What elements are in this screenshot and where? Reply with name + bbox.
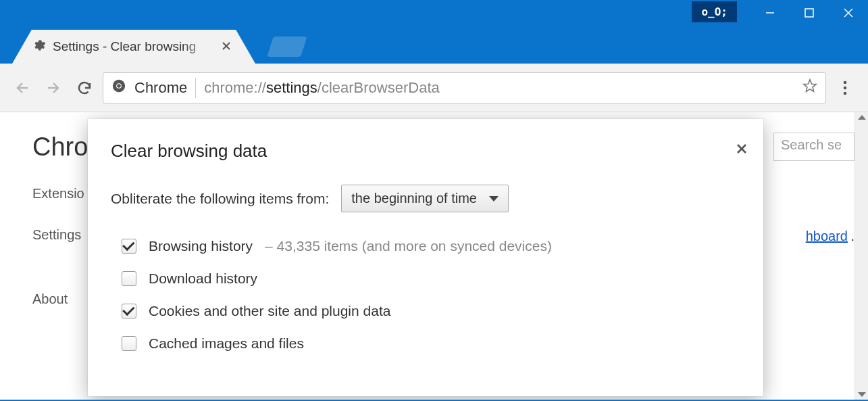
option-cached-images[interactable]: Cached images and files	[111, 327, 740, 360]
tab-close-button[interactable]	[222, 40, 231, 54]
minimize-button[interactable]	[750, 0, 790, 26]
settings-search-input[interactable]: Search se	[773, 133, 854, 161]
checkbox-cookies[interactable]	[122, 304, 136, 319]
chrome-icon	[111, 78, 126, 97]
arrow-left-icon	[14, 80, 30, 96]
url-text: chrome://settings/clearBrowserData	[204, 79, 439, 97]
url-scheme-label: Chrome	[134, 79, 187, 97]
reload-button[interactable]	[72, 75, 97, 101]
option-browsing-history[interactable]: Browsing history – 43,335 items (and mor…	[111, 230, 740, 262]
window-controls	[750, 0, 868, 26]
svg-point-12	[844, 80, 847, 84]
checkbox-browsing-history[interactable]	[122, 239, 136, 254]
option-label: Cookies and other site and plugin data	[149, 303, 390, 319]
toolbar: Chrome chrome://settings/clearBrowserDat…	[0, 64, 868, 112]
tab-strip: Settings - Clear browsing	[0, 30, 868, 64]
maximize-icon	[805, 8, 814, 18]
option-detail: – 43,335 items (and more on synced devic…	[265, 238, 552, 254]
dialog-close-button[interactable]	[736, 141, 747, 158]
address-bar[interactable]: Chrome chrome://settings/clearBrowserDat…	[103, 72, 826, 103]
kebab-icon	[843, 80, 847, 95]
tab-title: Settings - Clear browsing	[53, 39, 215, 54]
url-prefix: chrome://	[204, 79, 266, 96]
svg-point-13	[844, 86, 847, 89]
svg-point-14	[844, 91, 847, 95]
option-download-history[interactable]: Download history	[111, 262, 740, 295]
browser-tab[interactable]: Settings - Clear browsing	[12, 30, 255, 64]
dashboard-link[interactable]: hboard	[806, 229, 848, 244]
time-range-row: Obliterate the following items from: the…	[111, 185, 740, 212]
option-label: Cached images and files	[149, 335, 304, 352]
chrome-menu-button[interactable]	[832, 74, 859, 101]
option-cookies[interactable]: Cookies and other site and plugin data	[111, 295, 740, 327]
minimize-icon	[765, 7, 775, 18]
reload-icon	[76, 80, 93, 96]
option-label: Browsing history	[149, 238, 253, 254]
clear-browsing-data-dialog: Clear browsing data Obliterate the follo…	[88, 119, 763, 396]
bookmark-button[interactable]	[802, 78, 817, 97]
maximize-button[interactable]	[790, 0, 829, 26]
time-range-value: the beginning of time	[351, 191, 477, 206]
close-icon	[843, 7, 854, 18]
scroll-down-arrow-icon[interactable]	[858, 392, 866, 397]
scroll-up-arrow-icon[interactable]	[858, 115, 866, 120]
option-label: Download history	[149, 270, 257, 287]
url-path: /clearBrowserData	[317, 79, 440, 96]
arrow-right-icon	[45, 80, 61, 96]
url-host: settings	[266, 79, 317, 96]
obliterate-label: Obliterate the following items from:	[111, 191, 329, 207]
tab-content: Settings - Clear browsing	[12, 30, 255, 64]
new-tab-button[interactable]	[267, 37, 307, 57]
back-button[interactable]	[9, 75, 35, 101]
time-range-select[interactable]: the beginning of time	[341, 185, 509, 212]
close-window-button[interactable]	[829, 0, 868, 26]
close-icon	[736, 143, 747, 154]
checkbox-cached-images[interactable]	[122, 336, 136, 351]
window-titlebar: o_O;	[0, 0, 868, 30]
chevron-down-icon	[489, 196, 499, 202]
separator	[195, 78, 196, 98]
svg-point-10	[117, 84, 121, 88]
dialog-title: Clear browsing data	[111, 141, 740, 162]
close-icon	[222, 41, 231, 51]
star-icon	[802, 78, 817, 93]
checkbox-download-history[interactable]	[122, 271, 136, 286]
svg-rect-1	[805, 9, 813, 17]
vertical-scrollbar[interactable]	[854, 112, 868, 400]
link-text: hboard	[806, 229, 848, 243]
extension-badge[interactable]: o_O;	[692, 1, 737, 22]
page-content: Chro Extensio Settings About Search se h…	[0, 112, 854, 400]
gear-icon	[32, 39, 46, 55]
forward-button[interactable]	[41, 75, 66, 101]
svg-marker-11	[804, 79, 816, 91]
